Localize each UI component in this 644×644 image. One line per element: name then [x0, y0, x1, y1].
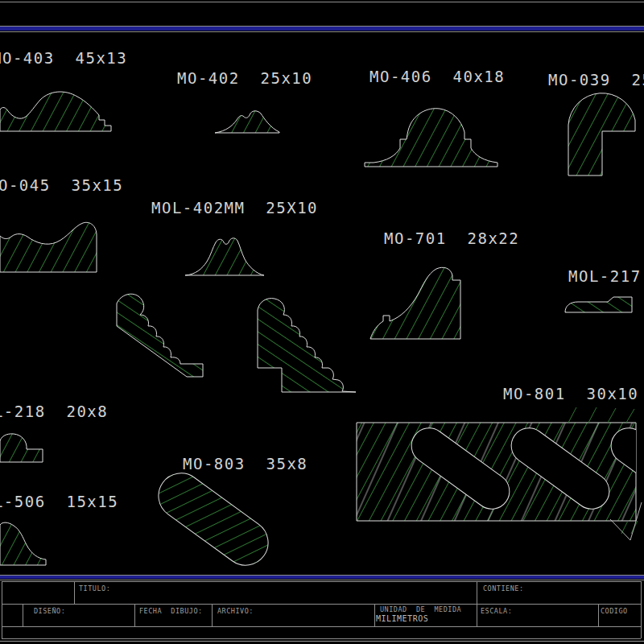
profile-shape-mo-403: [0, 92, 111, 131]
profile-shape-crown-a: [117, 294, 203, 377]
row2-divider-4: [374, 604, 375, 626]
unidad-medida-value: MILIMETROS: [376, 614, 428, 623]
codigo-label: CODIGO: [601, 607, 628, 615]
profiles-drawing-svg: [0, 0, 644, 644]
sheet-outer-bottom-line: [0, 641, 644, 642]
profile-shape-mo-039: [568, 93, 635, 175]
profile-shape-mo-045: [0, 222, 97, 272]
frame-top-gray-lower: [0, 31, 644, 32]
profile-label-mol-218: MOL-218 20x8: [0, 402, 108, 420]
profile-label-mo-406: MO-406 40x18: [369, 68, 505, 85]
frame-top-blue-line: [0, 27, 644, 31]
title-block-right-border: [641, 581, 642, 638]
profile-label-mo-045: MO-045 35x15: [0, 176, 123, 194]
profile-label-mo-803: MO-803 35x8: [183, 455, 308, 473]
profile-label-mo-402: MO-402 25x10: [177, 69, 312, 87]
profile-shape-crown-b: [258, 299, 356, 392]
profile-shape-mo-701: [370, 267, 460, 339]
profile-shape-mol-506: [0, 522, 46, 565]
unidad-medida-label: UNIDAD DE MEDIDA: [380, 605, 461, 613]
escala-label: ESCALA:: [481, 607, 512, 615]
profile-label-mol-217: MOL-217: [568, 267, 642, 285]
diseno-label: DISEÑO:: [34, 607, 65, 615]
row2-divider-2: [134, 604, 135, 626]
row2-divider-5: [598, 604, 599, 626]
titulo-cell-divider: [74, 581, 75, 604]
row2-divider-1: [23, 604, 23, 626]
profile-label-mo-403: MO-403 45x13: [0, 49, 127, 67]
profile-label-mo-039: MO-039 25x10: [548, 71, 644, 89]
profile-label-mol-402mm: MOL-402MM 25X10: [151, 199, 318, 217]
contiene-cell-divider: [477, 581, 477, 626]
profile-label-mol-506: MOL-506 15x15: [0, 493, 118, 510]
profile-label-mo-801: MO-801 30x10: [503, 385, 638, 402]
cad-drawing-canvas: MO-403 45x13 MO-402 25x10 MO-406 40x18 M…: [0, 0, 644, 644]
profile-label-mo-701: MO-701 28x22: [384, 229, 519, 247]
frame-bottom-blue-line: [0, 576, 644, 579]
profile-shape-mol-218: [0, 434, 43, 462]
fecha-dibujo-label: FECHA DIBUJO:: [139, 607, 203, 615]
contiene-label: CONTIENE:: [483, 584, 524, 592]
profile-shape-mo-402: [215, 111, 279, 133]
profile-shape-mol-402mm: [185, 238, 264, 275]
row2-divider-3: [212, 604, 213, 626]
archivo-label: ARCHIVO:: [217, 607, 254, 615]
title-block-bottom-line: [2, 638, 641, 639]
title-block-left-border: [2, 581, 2, 638]
title-block-mid-line: [2, 604, 641, 605]
title-block-top-line: [2, 581, 641, 582]
profile-shape-mo-803: [150, 464, 277, 574]
sheet-outer-top-line: [0, 2, 644, 2]
titulo-label: TITULO:: [79, 584, 110, 592]
title-block-row2-bottom-line: [2, 626, 641, 627]
frame-bottom-gray-lower: [0, 580, 644, 580]
profile-shape-mol-217: [565, 297, 632, 312]
profile-shape-mo-406: [365, 109, 497, 167]
